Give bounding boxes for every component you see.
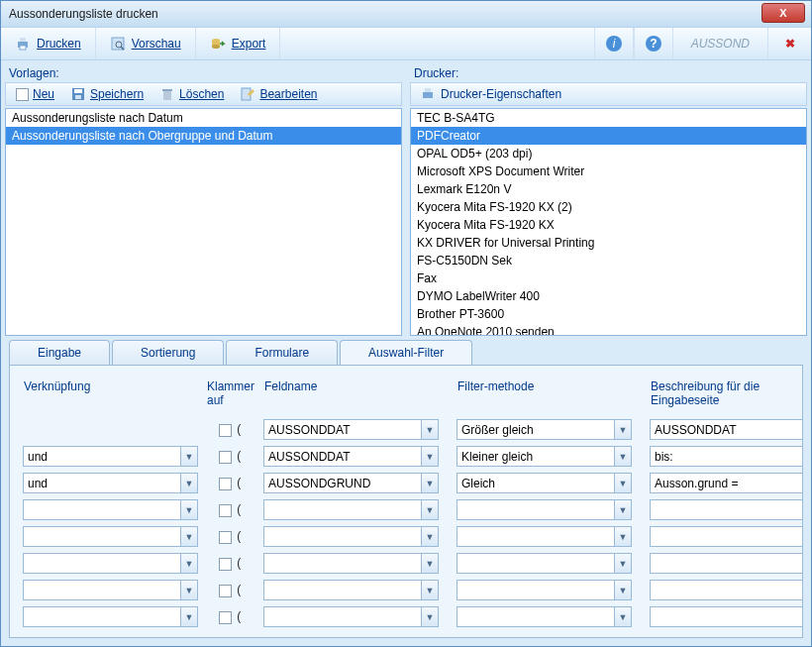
chevron-down-icon[interactable]: ▼ bbox=[421, 580, 439, 600]
link-combo-input[interactable] bbox=[23, 606, 180, 627]
link-combo[interactable]: ▼ bbox=[23, 446, 198, 467]
template-item[interactable]: Aussonderungsliste nach Obergruppe und D… bbox=[6, 127, 401, 145]
help-button[interactable]: ? bbox=[634, 28, 673, 59]
chevron-down-icon[interactable]: ▼ bbox=[180, 499, 198, 520]
window-close-button[interactable]: X bbox=[761, 3, 805, 23]
description-combo[interactable]: ▼ bbox=[650, 446, 803, 467]
save-button[interactable]: Speichern bbox=[64, 84, 150, 104]
method-combo-input[interactable] bbox=[457, 580, 614, 600]
link-combo[interactable]: ▼ bbox=[23, 499, 198, 520]
method-combo-input[interactable] bbox=[457, 473, 614, 493]
print-button[interactable]: Drucken bbox=[1, 28, 96, 59]
chevron-down-icon[interactable]: ▼ bbox=[180, 580, 198, 600]
fieldname-combo-input[interactable] bbox=[263, 499, 421, 520]
description-combo-input[interactable] bbox=[650, 553, 803, 574]
chevron-down-icon[interactable]: ▼ bbox=[421, 419, 439, 440]
templates-listbox[interactable]: Aussonderungsliste nach DatumAussonderun… bbox=[5, 108, 402, 336]
fieldname-combo-input[interactable] bbox=[263, 606, 421, 627]
fieldname-combo-input[interactable] bbox=[263, 580, 421, 600]
fieldname-combo[interactable]: ▼ bbox=[263, 419, 439, 440]
bracket-open-checkbox[interactable] bbox=[219, 585, 232, 597]
link-combo[interactable]: ▼ bbox=[23, 473, 198, 493]
chevron-down-icon[interactable]: ▼ bbox=[180, 606, 198, 627]
method-combo-input[interactable] bbox=[457, 499, 614, 520]
tab-auswahl-filter[interactable]: Auswahl-Filter bbox=[340, 340, 472, 365]
printer-item[interactable]: Kyocera Mita FS-1920 KX bbox=[411, 216, 806, 234]
link-combo[interactable]: ▼ bbox=[23, 526, 198, 547]
export-button[interactable]: Export bbox=[196, 28, 281, 59]
chevron-down-icon[interactable]: ▼ bbox=[614, 499, 632, 520]
fieldname-combo[interactable]: ▼ bbox=[263, 446, 439, 467]
method-combo[interactable]: ▼ bbox=[457, 606, 632, 627]
method-combo[interactable]: ▼ bbox=[457, 446, 632, 467]
chevron-down-icon[interactable]: ▼ bbox=[180, 526, 198, 547]
method-combo[interactable]: ▼ bbox=[457, 473, 632, 493]
method-combo[interactable]: ▼ bbox=[457, 580, 632, 600]
chevron-down-icon[interactable]: ▼ bbox=[180, 473, 198, 493]
chevron-down-icon[interactable]: ▼ bbox=[421, 446, 439, 467]
description-combo-input[interactable] bbox=[650, 446, 803, 467]
chevron-down-icon[interactable]: ▼ bbox=[180, 553, 198, 574]
link-combo-input[interactable] bbox=[23, 553, 180, 574]
description-combo[interactable]: ▼ bbox=[650, 499, 803, 520]
printer-item[interactable]: KX DRIVER for Universal Printing bbox=[411, 234, 806, 252]
chevron-down-icon[interactable]: ▼ bbox=[614, 446, 632, 467]
description-combo[interactable]: ▼ bbox=[650, 526, 803, 547]
method-combo-input[interactable] bbox=[457, 553, 614, 574]
chevron-down-icon[interactable]: ▼ bbox=[421, 526, 439, 547]
fieldname-combo[interactable]: ▼ bbox=[263, 526, 439, 547]
description-combo-input[interactable] bbox=[650, 499, 803, 520]
method-combo-input[interactable] bbox=[457, 446, 614, 467]
description-combo-input[interactable] bbox=[650, 526, 803, 547]
fieldname-combo[interactable]: ▼ bbox=[263, 473, 439, 493]
printer-item[interactable]: PDFCreator bbox=[411, 127, 806, 145]
preview-button[interactable]: Vorschau bbox=[96, 28, 196, 59]
method-combo[interactable]: ▼ bbox=[457, 526, 632, 547]
link-combo[interactable]: ▼ bbox=[23, 606, 198, 627]
printer-properties-button[interactable]: Drucker-Eigenschaften bbox=[415, 84, 567, 104]
bracket-open-checkbox[interactable] bbox=[219, 504, 232, 517]
method-combo[interactable]: ▼ bbox=[457, 419, 632, 440]
edit-button[interactable]: Bearbeiten bbox=[234, 84, 323, 104]
method-combo-input[interactable] bbox=[457, 526, 614, 547]
panel-close-button[interactable]: ✖ bbox=[767, 28, 811, 59]
description-combo-input[interactable] bbox=[650, 419, 803, 440]
bracket-open-checkbox[interactable] bbox=[219, 451, 232, 464]
description-combo-input[interactable] bbox=[650, 473, 803, 493]
printer-item[interactable]: Kyocera Mita FS-1920 KX (2) bbox=[411, 198, 806, 216]
bracket-open-checkbox[interactable] bbox=[219, 531, 232, 544]
chevron-down-icon[interactable]: ▼ bbox=[614, 526, 632, 547]
fieldname-combo[interactable]: ▼ bbox=[263, 499, 439, 520]
tab-sortierung[interactable]: Sortierung bbox=[112, 340, 224, 365]
fieldname-combo[interactable]: ▼ bbox=[263, 606, 439, 627]
fieldname-combo[interactable]: ▼ bbox=[263, 553, 439, 574]
fieldname-combo-input[interactable] bbox=[263, 526, 421, 547]
printer-item[interactable]: Microsoft XPS Document Writer bbox=[411, 162, 806, 180]
description-combo-input[interactable] bbox=[650, 606, 803, 627]
description-combo[interactable]: ▼ bbox=[650, 606, 803, 627]
chevron-down-icon[interactable]: ▼ bbox=[614, 419, 632, 440]
bracket-open-checkbox[interactable] bbox=[219, 611, 232, 624]
fieldname-combo-input[interactable] bbox=[263, 553, 421, 574]
link-combo[interactable]: ▼ bbox=[23, 580, 198, 600]
printer-item[interactable]: TEC B-SA4TG bbox=[411, 109, 806, 127]
chevron-down-icon[interactable]: ▼ bbox=[421, 606, 439, 627]
printer-item[interactable]: DYMO LabelWriter 400 bbox=[411, 287, 806, 305]
info-button[interactable]: i bbox=[594, 28, 634, 59]
method-combo-input[interactable] bbox=[457, 606, 614, 627]
link-combo-input[interactable] bbox=[23, 580, 180, 600]
link-combo-input[interactable] bbox=[23, 446, 180, 467]
link-combo-input[interactable] bbox=[23, 473, 180, 493]
fieldname-combo-input[interactable] bbox=[263, 446, 421, 467]
method-combo[interactable]: ▼ bbox=[457, 499, 632, 520]
description-combo[interactable]: ▼ bbox=[650, 419, 803, 440]
chevron-down-icon[interactable]: ▼ bbox=[614, 580, 632, 600]
printer-item[interactable]: OPAL OD5+ (203 dpi) bbox=[411, 145, 806, 162]
description-combo-input[interactable] bbox=[650, 580, 803, 600]
printer-item[interactable]: An OneNote 2010 senden bbox=[411, 323, 806, 336]
link-combo-input[interactable] bbox=[23, 526, 180, 547]
fieldname-combo[interactable]: ▼ bbox=[263, 580, 439, 600]
chevron-down-icon[interactable]: ▼ bbox=[421, 553, 439, 574]
template-item[interactable]: Aussonderungsliste nach Datum bbox=[6, 109, 401, 127]
link-combo[interactable]: ▼ bbox=[23, 553, 198, 574]
